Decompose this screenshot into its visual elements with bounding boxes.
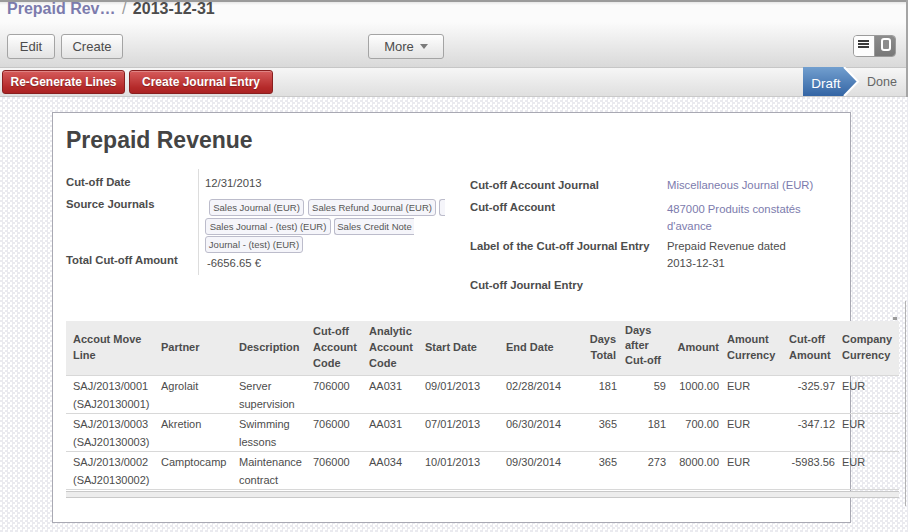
svg-text:Draft: Draft (811, 76, 841, 91)
